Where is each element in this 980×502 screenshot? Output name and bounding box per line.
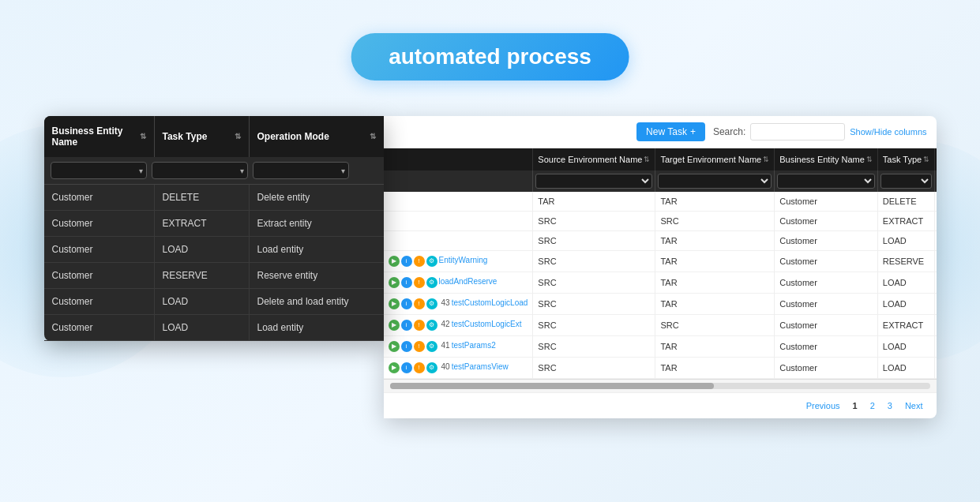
row-name[interactable]: EntityWarning: [439, 256, 488, 267]
left-operation-3: Load entity: [250, 237, 384, 262]
row-tasktype: DELETE: [877, 192, 934, 212]
page-2-button[interactable]: 2: [866, 399, 879, 412]
left-entity-5: Customer: [44, 289, 155, 314]
row-operation: Delete and load entity: [935, 293, 937, 314]
info-icon[interactable]: i: [401, 320, 412, 331]
settings-icon[interactable]: ⚙: [426, 362, 437, 373]
left-entity-1: Customer: [44, 185, 155, 210]
settings-icon[interactable]: ⚙: [426, 298, 437, 309]
warning-icon[interactable]: !: [414, 320, 425, 331]
row-operation: Extract entity: [935, 211, 937, 230]
row-actions: [384, 211, 533, 230]
filter-source-select[interactable]: [535, 174, 652, 189]
operation-filter-select[interactable]: [253, 162, 349, 179]
info-icon[interactable]: i: [401, 362, 412, 373]
left-panel-header: Business Entity Name ⇅ Task Type ⇅ Opera…: [44, 116, 384, 157]
warning-icon[interactable]: !: [414, 362, 425, 373]
row-tar: TAR: [655, 192, 775, 212]
sort-icon-entity-r[interactable]: ⇅: [866, 155, 873, 163]
hero-label: automated process: [351, 33, 629, 81]
settings-icon[interactable]: ⚙: [426, 341, 437, 352]
prev-page-button[interactable]: Previous: [802, 399, 844, 412]
row-tasktype: LOAD: [877, 272, 934, 293]
row-actions: ▶ i ! ⚙ 41 testParams2: [384, 335, 533, 357]
left-task-3: LOAD: [155, 237, 250, 262]
filter-entity-select[interactable]: [777, 174, 875, 189]
action-icons: ▶ i ! ⚙ EntityWarning: [389, 256, 528, 267]
action-icons: ▶ i ! ⚙ 42 testCustomLogicExt: [389, 320, 528, 331]
search-input[interactable]: [750, 123, 845, 140]
row-name[interactable]: testParams2: [452, 341, 496, 352]
row-operation: Reserve entity: [935, 250, 937, 272]
action-icons: ▶ i ! ⚙ 41 testParams2: [389, 341, 528, 352]
filter-source: [533, 170, 655, 192]
sort-icon-task[interactable]: ⇅: [235, 132, 241, 140]
warning-icon[interactable]: !: [414, 341, 425, 352]
run-icon[interactable]: ▶: [389, 298, 400, 309]
run-icon[interactable]: ▶: [389, 320, 400, 331]
warning-icon[interactable]: !: [414, 256, 425, 267]
info-icon[interactable]: i: [401, 298, 412, 309]
left-operation-6: Load entity: [250, 315, 384, 340]
row-entity: Customer: [775, 250, 878, 272]
row-entity: Customer: [775, 314, 878, 335]
page-1-button[interactable]: 1: [849, 399, 862, 412]
row-tasktype: LOAD: [877, 357, 934, 378]
new-task-button[interactable]: New Task +: [636, 122, 705, 141]
col-header-task: Task Type ⇅: [155, 116, 250, 157]
action-icons: ▶ i ! ⚙ loadAndReserve: [389, 277, 528, 288]
scrollbar-track: [390, 383, 930, 389]
info-icon[interactable]: i: [401, 341, 412, 352]
entity-filter-select[interactable]: [51, 162, 147, 179]
row-name[interactable]: testParamsView: [452, 362, 509, 373]
sort-icon-entity[interactable]: ⇅: [140, 132, 146, 140]
run-icon[interactable]: ▶: [389, 256, 400, 267]
warning-icon[interactable]: !: [414, 298, 425, 309]
info-icon[interactable]: i: [401, 277, 412, 288]
task-filter-select[interactable]: [152, 162, 248, 179]
settings-icon[interactable]: ⚙: [426, 277, 437, 288]
row-tar: TAR: [655, 293, 775, 314]
left-operation-2: Extract entity: [250, 211, 384, 236]
row-src: SRC: [533, 335, 655, 357]
task-filter-wrapper: [152, 162, 248, 179]
filter-task-select[interactable]: [880, 174, 932, 189]
left-task-5: LOAD: [155, 289, 250, 314]
scrollbar-thumb[interactable]: [390, 383, 714, 389]
run-icon[interactable]: ▶: [389, 277, 400, 288]
table-row: ▶ i ! ⚙ 41 testParams2 SRCTARCustomerLOA…: [384, 335, 937, 357]
row-entity: Customer: [775, 230, 878, 250]
show-hide-button[interactable]: Show/Hide columns: [850, 127, 926, 137]
next-page-button[interactable]: Next: [901, 399, 927, 412]
row-number: 42: [441, 320, 450, 331]
sort-icon-task-r[interactable]: ⇅: [923, 155, 929, 163]
table-header-row: Source Environment Name⇅ Target Environm…: [384, 148, 937, 170]
left-entity-4: Customer: [44, 263, 155, 288]
settings-icon[interactable]: ⚙: [426, 320, 437, 331]
table-row: ▶ i ! ⚙ 43 testCustomLogicLoad SRCTARCus…: [384, 293, 937, 314]
row-name[interactable]: testCustomLogicLoad: [452, 298, 528, 309]
row-name[interactable]: loadAndReserve: [439, 277, 498, 288]
scrollbar-area: [384, 379, 937, 392]
run-icon[interactable]: ▶: [389, 362, 400, 373]
left-task-1: DELETE: [155, 185, 250, 210]
row-tar: TAR: [655, 357, 775, 378]
row-entity: Customer: [775, 272, 878, 293]
run-icon[interactable]: ▶: [389, 341, 400, 352]
filter-actions: [384, 170, 533, 192]
page-3-button[interactable]: 3: [884, 399, 896, 412]
warning-icon[interactable]: !: [414, 277, 425, 288]
sort-icon-tar[interactable]: ⇅: [763, 155, 769, 163]
sort-icon-operation[interactable]: ⇅: [370, 132, 376, 140]
info-icon[interactable]: i: [401, 256, 412, 267]
table-row: ▶ i ! ⚙ EntityWarning SRCTARCustomerRESE…: [384, 250, 937, 272]
left-entity-6: Customer: [44, 315, 155, 340]
left-data-row-5: Customer LOAD Delete and load entity: [44, 289, 384, 315]
row-name[interactable]: testCustomLogicExt: [452, 320, 522, 331]
settings-icon[interactable]: ⚙: [426, 256, 437, 267]
row-src: SRC: [533, 211, 655, 230]
row-tasktype: EXTRACT: [877, 211, 934, 230]
filter-target-select[interactable]: [658, 174, 772, 189]
left-panel: Business Entity Name ⇅ Task Type ⇅ Opera…: [44, 116, 384, 341]
sort-icon-src[interactable]: ⇅: [644, 155, 650, 163]
